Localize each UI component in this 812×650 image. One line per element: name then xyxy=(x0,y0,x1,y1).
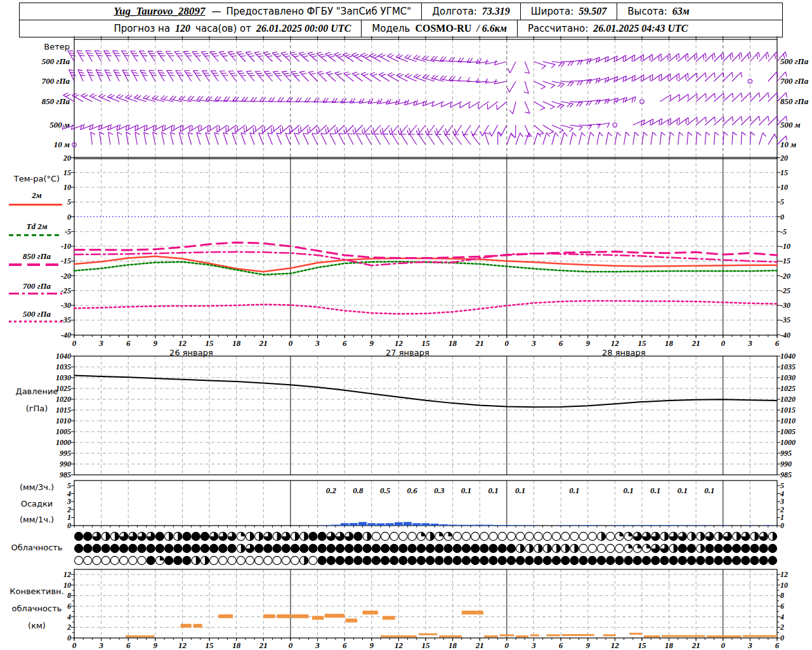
svg-text:0: 0 xyxy=(780,213,784,222)
svg-text:3: 3 xyxy=(98,338,103,348)
convective-series xyxy=(126,611,777,637)
svg-text:-25: -25 xyxy=(780,286,790,295)
svg-text:10: 10 xyxy=(63,183,71,192)
svg-text:15: 15 xyxy=(780,168,788,177)
svg-text:21: 21 xyxy=(475,338,484,348)
svg-text:9: 9 xyxy=(154,338,158,348)
svg-text:1035: 1035 xyxy=(56,362,71,371)
svg-text:0.6: 0.6 xyxy=(407,486,418,495)
svg-text:9: 9 xyxy=(586,338,590,348)
svg-text:1000: 1000 xyxy=(780,438,796,447)
svg-text:-15: -15 xyxy=(780,256,790,265)
svg-text:-15: -15 xyxy=(61,256,71,265)
svg-text:0: 0 xyxy=(780,521,784,530)
svg-text:21: 21 xyxy=(691,640,700,650)
svg-text:985: 985 xyxy=(780,470,792,479)
svg-text:15: 15 xyxy=(422,640,431,650)
svg-text:9: 9 xyxy=(370,338,374,348)
svg-text:6: 6 xyxy=(67,602,71,611)
svg-text:0: 0 xyxy=(721,338,726,348)
svg-text:6: 6 xyxy=(559,640,563,650)
svg-text:1015: 1015 xyxy=(56,406,71,415)
svg-text:10: 10 xyxy=(780,581,788,590)
svg-text:0: 0 xyxy=(780,633,784,642)
svg-text:6: 6 xyxy=(775,640,780,650)
svg-text:18: 18 xyxy=(449,338,457,348)
svg-text:1025: 1025 xyxy=(56,384,71,393)
svg-text:-20: -20 xyxy=(780,272,790,281)
wind-barbs xyxy=(62,51,787,147)
svg-text:15: 15 xyxy=(638,640,646,650)
svg-text:15: 15 xyxy=(63,168,71,177)
meteogram-chart: 2020151510105500-5-5-10-10-15-15-20-20-2… xyxy=(0,0,812,650)
svg-text:0.1: 0.1 xyxy=(515,486,525,495)
svg-text:-30: -30 xyxy=(61,301,71,310)
svg-text:0: 0 xyxy=(72,338,77,348)
svg-text:0: 0 xyxy=(289,640,293,650)
svg-text:3: 3 xyxy=(747,640,752,650)
svg-text:0: 0 xyxy=(72,640,77,650)
svg-text:0.1: 0.1 xyxy=(461,486,471,495)
svg-text:20: 20 xyxy=(63,154,71,162)
svg-text:5: 5 xyxy=(67,197,71,206)
cloud-rows xyxy=(75,532,777,564)
svg-text:-40: -40 xyxy=(780,331,790,340)
svg-text:6: 6 xyxy=(775,338,780,348)
svg-text:1020: 1020 xyxy=(780,395,796,404)
svg-text:18: 18 xyxy=(665,338,674,348)
svg-text:12: 12 xyxy=(178,338,187,348)
svg-text:-40: -40 xyxy=(61,331,71,340)
svg-text:-35: -35 xyxy=(61,315,71,324)
svg-text:10: 10 xyxy=(63,581,71,590)
svg-text:21: 21 xyxy=(475,640,484,650)
svg-text:-20: -20 xyxy=(61,272,71,281)
svg-text:-5: -5 xyxy=(65,227,71,236)
svg-text:985: 985 xyxy=(60,470,71,479)
svg-text:1040: 1040 xyxy=(56,352,71,361)
svg-text:995: 995 xyxy=(780,449,792,458)
svg-text:27 января: 27 января xyxy=(386,348,429,357)
svg-text:9: 9 xyxy=(370,640,374,650)
svg-text:1005: 1005 xyxy=(56,427,71,436)
svg-text:-10: -10 xyxy=(61,242,71,251)
svg-text:3: 3 xyxy=(315,640,320,650)
svg-text:8: 8 xyxy=(67,591,71,600)
svg-text:12: 12 xyxy=(178,640,187,650)
svg-text:2: 2 xyxy=(780,623,784,632)
svg-text:0: 0 xyxy=(505,338,509,348)
svg-text:0: 0 xyxy=(67,521,71,530)
svg-text:-5: -5 xyxy=(780,227,787,236)
svg-text:15: 15 xyxy=(206,338,214,348)
svg-text:0: 0 xyxy=(67,213,71,222)
svg-text:15: 15 xyxy=(638,338,646,348)
svg-text:-25: -25 xyxy=(61,286,71,295)
svg-text:1035: 1035 xyxy=(780,362,796,371)
svg-text:-10: -10 xyxy=(780,242,790,251)
svg-text:21: 21 xyxy=(259,338,268,348)
svg-text:0: 0 xyxy=(289,338,293,348)
svg-text:12: 12 xyxy=(63,570,71,579)
svg-text:0.1: 0.1 xyxy=(650,486,660,495)
svg-text:1030: 1030 xyxy=(780,373,796,382)
svg-text:6: 6 xyxy=(559,338,563,348)
svg-text:3: 3 xyxy=(747,338,752,348)
svg-text:12: 12 xyxy=(611,640,620,650)
svg-text:1015: 1015 xyxy=(780,406,796,415)
svg-text:4: 4 xyxy=(780,613,784,621)
svg-text:18: 18 xyxy=(449,640,457,650)
svg-text:21: 21 xyxy=(259,640,268,650)
svg-text:5: 5 xyxy=(780,197,784,206)
svg-text:0.1: 0.1 xyxy=(569,486,579,495)
svg-text:10: 10 xyxy=(780,183,788,192)
svg-text:26 января: 26 января xyxy=(169,348,213,357)
svg-text:8: 8 xyxy=(780,591,784,600)
svg-text:15: 15 xyxy=(422,338,431,348)
svg-text:990: 990 xyxy=(60,460,71,468)
svg-text:20: 20 xyxy=(780,154,788,162)
svg-text:0.1: 0.1 xyxy=(623,486,633,495)
svg-text:3: 3 xyxy=(531,640,536,650)
svg-text:1020: 1020 xyxy=(56,395,71,404)
svg-text:0.1: 0.1 xyxy=(678,486,688,495)
svg-text:-30: -30 xyxy=(780,301,790,310)
svg-text:18: 18 xyxy=(665,640,674,650)
